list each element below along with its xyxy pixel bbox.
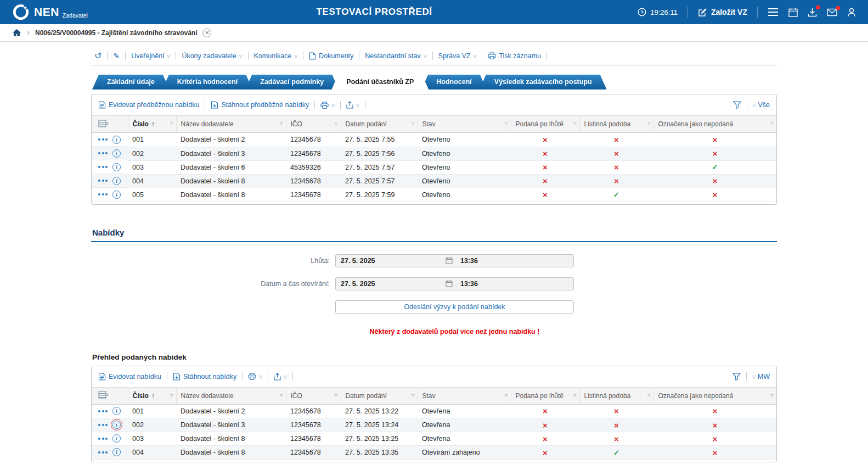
- filter-dropdown-icon[interactable]: ▽: [771, 394, 774, 398]
- column-header-datum-podani[interactable]: Datum podání▽: [341, 116, 418, 133]
- filter-dropdown-icon[interactable]: ▽: [412, 394, 414, 398]
- download-offers-button[interactable]: Stáhnout nabídky: [173, 373, 236, 381]
- info-icon[interactable]: i: [112, 407, 121, 415]
- info-icon[interactable]: i: [112, 177, 121, 185]
- home-icon[interactable]: [12, 29, 21, 37]
- column-settings-icon[interactable]: [98, 120, 109, 127]
- register-preliminary-offer-button[interactable]: Evidovat předběžnou nabídku: [98, 101, 199, 109]
- column-settings-icon[interactable]: [98, 391, 109, 399]
- menu-komunikace[interactable]: Komunikace: [254, 52, 298, 60]
- tab-kriteria-hodnoceni[interactable]: Kritéria hodnocení: [162, 75, 252, 89]
- opening-date-value[interactable]: 27. 5. 2025: [336, 280, 446, 288]
- filter-funnel-icon[interactable]: [732, 373, 741, 381]
- filter-dropdown-icon[interactable]: ▽: [412, 122, 414, 126]
- info-icon[interactable]: i: [112, 421, 121, 429]
- info-icon[interactable]: i: [112, 136, 121, 144]
- downloads-button[interactable]: [808, 8, 817, 17]
- column-header-ico[interactable]: IČO▽: [286, 387, 341, 404]
- main-menu-button[interactable]: [768, 8, 779, 16]
- print-button[interactable]: [320, 101, 335, 109]
- row-menu-icon[interactable]: [98, 193, 108, 195]
- calendar-picker-icon[interactable]: [446, 280, 453, 287]
- filter-dropdown-icon[interactable]: ▽: [505, 394, 508, 398]
- column-header-oznacena-jako-nepodana[interactable]: Označena jako nepodaná▽: [653, 387, 776, 404]
- calendar-picker-icon[interactable]: [446, 257, 453, 264]
- export-button[interactable]: [346, 101, 359, 109]
- filter-preset-selector[interactable]: Vše: [758, 101, 770, 109]
- breadcrumb-record[interactable]: N006/25/V00004995 - Zajištění závodního …: [35, 29, 197, 37]
- messages-button[interactable]: [827, 8, 837, 16]
- tab-podani-ucastniku-zp[interactable]: Podání účastníků ZP: [331, 75, 429, 89]
- column-header-datum-podani[interactable]: Datum podání▽: [341, 387, 418, 404]
- user-profile-button[interactable]: [847, 8, 856, 17]
- close-record-icon[interactable]: ✕: [202, 29, 211, 37]
- info-icon[interactable]: i: [112, 448, 121, 456]
- row-menu-icon[interactable]: [98, 410, 108, 412]
- filter-preset-selector[interactable]: MW: [758, 373, 770, 381]
- filter-dropdown-icon[interactable]: ▽: [505, 122, 508, 126]
- row-menu-icon[interactable]: [98, 152, 108, 154]
- filter-dropdown-icon[interactable]: ▽: [335, 394, 337, 398]
- column-header-stav[interactable]: Stav▽: [418, 387, 511, 404]
- filter-dropdown-icon[interactable]: ▽: [280, 394, 283, 398]
- column-header-nazev-dodavatele[interactable]: Název dodavatele▽: [176, 387, 286, 404]
- print-button[interactable]: [248, 373, 262, 381]
- menu-tisk-zaznamu[interactable]: Tisk záznamu: [488, 52, 541, 60]
- column-header-oznacena-jako-nepodana[interactable]: Označena jako nepodaná▽: [653, 116, 776, 133]
- filter-dropdown-icon[interactable]: ▽: [335, 122, 337, 126]
- filter-dropdown-icon[interactable]: ▽: [647, 394, 650, 398]
- submitted-offers-title: Přehled podaných nabídek: [91, 353, 777, 361]
- row-menu-icon[interactable]: [98, 180, 108, 182]
- column-header-ico[interactable]: IČO▽: [286, 116, 341, 133]
- register-offer-button[interactable]: Evidovat nabídku: [98, 373, 161, 381]
- nen-logo[interactable]: NEN Zadavatel: [12, 3, 111, 21]
- menu-sprava-vz[interactable]: Správa VZ: [438, 52, 477, 60]
- opening-time-value[interactable]: 13:36: [453, 280, 573, 288]
- menu-ukony-zadavatele[interactable]: Úkony zadavatele: [182, 52, 242, 60]
- tab-hodnoceni[interactable]: Hodnocení: [421, 75, 487, 89]
- row-menu-icon[interactable]: [98, 451, 108, 454]
- send-call-for-offers-button[interactable]: Odeslání výzvy k podání nabídek: [335, 300, 574, 314]
- row-menu-icon[interactable]: [98, 166, 108, 168]
- info-icon[interactable]: i: [112, 434, 121, 443]
- history-back-icon[interactable]: ↺: [94, 52, 102, 60]
- row-menu-icon[interactable]: [98, 438, 108, 440]
- tab-vysledek-zadavaciho-postupu[interactable]: Výsledek zadávacího postupu: [480, 75, 607, 89]
- tab-zakladni-udaje[interactable]: Základní údaje: [92, 75, 170, 89]
- info-icon[interactable]: i: [112, 163, 121, 171]
- edit-record-icon[interactable]: ✎: [113, 52, 120, 60]
- column-header-nazev-dodavatele[interactable]: Název dodavatele▽: [176, 116, 286, 133]
- row-menu-icon[interactable]: [98, 424, 108, 426]
- create-vz-button[interactable]: Založit VZ: [698, 8, 747, 17]
- column-header-listinna-podoba[interactable]: Listinná podoba▽: [579, 116, 653, 133]
- sort-asc-icon: ↑: [151, 120, 155, 128]
- filter-dropdown-icon[interactable]: ▽: [771, 122, 774, 126]
- column-header-listinna-podoba[interactable]: Listinná podoba▽: [579, 387, 653, 404]
- filter-dropdown-icon[interactable]: ▽: [573, 394, 576, 398]
- deadline-date-value[interactable]: 27. 5. 2025: [336, 257, 446, 265]
- deadline-time-value[interactable]: 13:36: [453, 257, 573, 265]
- menu-dokumenty[interactable]: Dokumenty: [309, 52, 353, 60]
- menu-nestandardni-stav[interactable]: Nestandardní stav: [365, 52, 426, 60]
- calendar-button[interactable]: [788, 8, 798, 17]
- deadline-datetime-field[interactable]: 27. 5. 2025 13:36: [335, 254, 574, 267]
- filter-dropdown-icon[interactable]: ▽: [280, 122, 283, 126]
- column-header-cislo[interactable]: Číslo↑▽: [128, 387, 176, 404]
- column-header-podana-po-lhute[interactable]: Podaná po lhůtě▽: [511, 387, 579, 404]
- filter-dropdown-icon[interactable]: ▽: [170, 394, 173, 398]
- download-preliminary-offers-button[interactable]: Stáhnout předběžné nabídky: [211, 101, 309, 109]
- filter-dropdown-icon[interactable]: ▽: [647, 122, 650, 126]
- column-header-stav[interactable]: Stav▽: [418, 116, 511, 133]
- info-icon[interactable]: i: [112, 149, 121, 158]
- opening-datetime-field[interactable]: 27. 5. 2025 13:36: [335, 277, 574, 290]
- tab-zadavaci-podminky[interactable]: Zadávací podmínky: [245, 75, 339, 89]
- filter-dropdown-icon[interactable]: ▽: [573, 122, 576, 126]
- filter-dropdown-icon[interactable]: ▽: [170, 122, 173, 126]
- menu-uverejneni[interactable]: Uveřejnění: [131, 52, 170, 60]
- column-header-cislo[interactable]: Číslo↑▽: [128, 116, 176, 133]
- info-icon[interactable]: i: [112, 191, 121, 199]
- column-header-podana-po-lhute[interactable]: Podaná po lhůtě▽: [511, 116, 579, 133]
- filter-funnel-icon[interactable]: [733, 101, 741, 109]
- row-menu-icon[interactable]: [98, 138, 108, 141]
- export-button[interactable]: [274, 373, 287, 381]
